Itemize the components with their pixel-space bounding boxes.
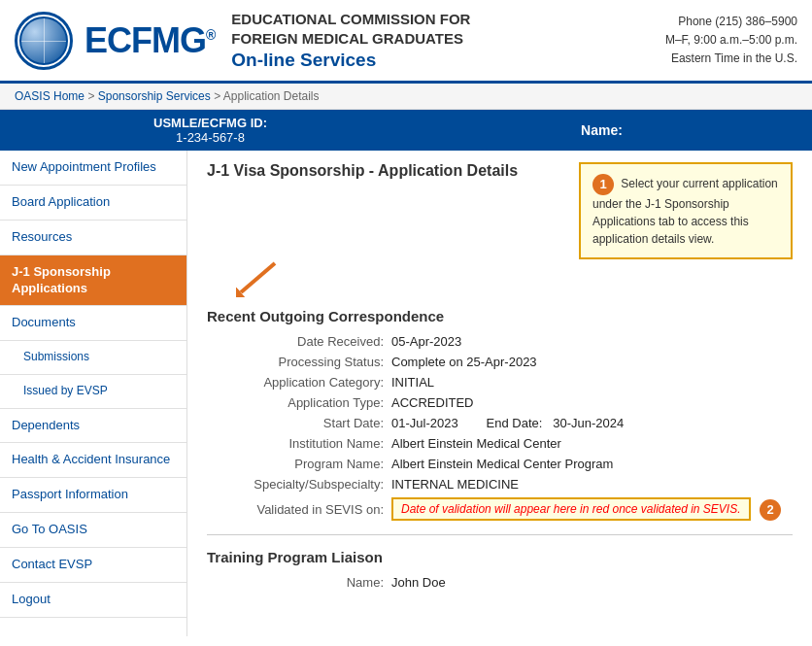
end-date-label: End Date: <box>487 416 543 430</box>
usmle-id-section: USMLE/ECFMG ID: 1-234-567-8 <box>15 116 406 145</box>
tooltip-1-number: 1 <box>592 174 614 195</box>
tooltip-1: 1 Select your current application under … <box>579 162 793 259</box>
liaison-name-row: Name: John Doe <box>207 575 793 590</box>
sidebar-item-submissions[interactable]: Submissions <box>0 341 186 375</box>
sevis-value-container: Date of validation will appear here in r… <box>391 497 793 521</box>
org-name-block: ECFMG® <box>85 20 215 61</box>
name-label: Name: <box>581 122 623 138</box>
sidebar-item-logout[interactable]: Logout <box>0 583 186 618</box>
breadcrumb-sponsorship[interactable]: Sponsorship Services <box>98 89 211 103</box>
sidebar-item-health-insurance[interactable]: Health & Accident Insurance <box>0 443 186 478</box>
processing-status-value: Complete on 25-Apr-2023 <box>391 355 793 369</box>
logo-area: ECFMG® EDUCATIONAL COMMISSION FOR FOREIG… <box>15 10 470 71</box>
sevis-row: Validated in SEVIS on: Date of validatio… <box>207 497 793 521</box>
date-received-value: 05-Apr-2023 <box>391 334 793 349</box>
svg-line-1 <box>241 263 275 292</box>
hours-line2: Eastern Time in the U.S. <box>665 50 797 68</box>
breadcrumb-current: Application Details <box>223 89 320 103</box>
processing-status-label: Processing Status: <box>207 355 391 369</box>
start-date-value: 01-Jul-2023 End Date: 30-Jun-2024 <box>391 416 793 430</box>
institution-row: Institution Name: Albert Einstein Medica… <box>207 436 793 451</box>
sevis-box: Date of validation will appear here in r… <box>391 497 751 521</box>
breadcrumb-home[interactable]: OASIS Home <box>15 89 85 103</box>
id-bar: USMLE/ECFMG ID: 1-234-567-8 Name: <box>0 110 812 151</box>
usmle-id-label: USMLE/ECFMG ID: <box>153 116 267 130</box>
sevis-label: Validated in SEVIS on: <box>207 502 391 517</box>
start-date-text: 01-Jul-2023 <box>391 416 458 430</box>
app-category-label: Application Category: <box>207 375 391 390</box>
registered-mark: ® <box>206 27 215 43</box>
breadcrumb-sep2: > <box>214 89 223 103</box>
sidebar-item-j1-sponsorship[interactable]: J-1 Sponsorship Applications <box>0 255 186 307</box>
org-name-line1: EDUCATIONAL COMMISSION FOR FOREIGN MEDIC… <box>231 10 470 48</box>
phone-number: Phone (215) 386–5900 <box>665 13 797 31</box>
liaison-name-label: Name: <box>207 575 391 590</box>
usmle-id-value: 1-234-567-8 <box>176 130 245 145</box>
app-type-label: Application Type: <box>207 395 391 410</box>
app-type-row: Application Type: ACCREDITED <box>207 395 793 410</box>
institution-value: Albert Einstein Medical Center <box>391 436 793 451</box>
end-date-value: 30-Jun-2024 <box>553 416 624 430</box>
contact-info: Phone (215) 386–5900 M–F, 9:00 a.m.–5:00… <box>665 13 797 69</box>
sidebar-item-dependents[interactable]: Dependents <box>0 409 186 444</box>
processing-status-row: Processing Status: Complete on 25-Apr-20… <box>207 355 793 369</box>
dates-row: Start Date: 01-Jul-2023 End Date: 30-Jun… <box>207 416 793 430</box>
sidebar-item-passport[interactable]: Passport Information <box>0 478 186 513</box>
sidebar-item-board-application[interactable]: Board Application <box>0 186 186 221</box>
app-category-value: INITIAL <box>391 375 793 390</box>
section-divider <box>207 534 793 535</box>
ecfmg-wordmark: ECFMG® <box>85 20 215 60</box>
sidebar-item-new-appointment[interactable]: New Appointment Profiles <box>0 151 186 186</box>
program-row: Program Name: Albert Einstein Medical Ce… <box>207 457 793 471</box>
tooltip-1-text: Select your current application under th… <box>592 177 778 246</box>
institution-label: Institution Name: <box>207 436 391 451</box>
sidebar-item-issued-evsp[interactable]: Issued by EVSP <box>0 375 186 409</box>
sidebar-item-go-oasis[interactable]: Go To OASIS <box>0 513 186 548</box>
page-title-text: J-1 Visa Sponsorship - Application Detai… <box>207 162 518 179</box>
org-title: EDUCATIONAL COMMISSION FOR FOREIGN MEDIC… <box>231 10 470 71</box>
service-title: On-line Services <box>231 50 470 71</box>
app-type-value: ACCREDITED <box>391 395 793 410</box>
date-received-row: Date Received: 05-Apr-2023 <box>207 334 793 349</box>
sidebar-item-documents[interactable]: Documents <box>0 306 186 341</box>
liaison-name-value: John Doe <box>391 575 793 590</box>
sidebar-item-contact-evsp[interactable]: Contact EVSP <box>0 548 186 583</box>
program-label: Program Name: <box>207 457 391 471</box>
globe-icon <box>19 17 68 65</box>
hours-line1: M–F, 9:00 a.m.–5:00 p.m. <box>665 31 797 50</box>
name-section: Name: <box>406 122 797 138</box>
section2-title: Training Program Liaison <box>207 549 793 565</box>
arrow-icon <box>236 258 294 297</box>
specialty-row: Specialty/Subspecialty: INTERNAL MEDICIN… <box>207 477 793 492</box>
breadcrumb: OASIS Home > Sponsorship Services > Appl… <box>0 84 812 110</box>
org-line2-text: FOREIGN MEDICAL GRADUATES <box>231 30 463 47</box>
ecfmg-logo <box>15 12 73 70</box>
specialty-value: INTERNAL MEDICINE <box>391 477 793 492</box>
sidebar-item-resources[interactable]: Resources <box>0 221 186 255</box>
date-received-label: Date Received: <box>207 334 391 349</box>
section1-title: Recent Outgoing Correspondence <box>207 308 793 324</box>
tooltip-2-number: 2 <box>760 499 781 521</box>
ecfmg-letters: ECFMG <box>85 20 206 60</box>
program-value: Albert Einstein Medical Center Program <box>391 457 793 471</box>
sidebar: New Appointment ProfilesBoard Applicatio… <box>0 151 187 636</box>
org-line1-text: EDUCATIONAL COMMISSION FOR <box>231 11 470 27</box>
breadcrumb-sep1: > <box>87 89 97 103</box>
main-layout: New Appointment ProfilesBoard Applicatio… <box>0 151 812 636</box>
specialty-label: Specialty/Subspecialty: <box>207 477 391 492</box>
start-date-label: Start Date: <box>207 416 391 430</box>
page-header: ECFMG® EDUCATIONAL COMMISSION FOR FOREIG… <box>0 0 812 84</box>
content-title: J-1 Visa Sponsorship - Application Detai… <box>207 162 569 180</box>
main-content: J-1 Visa Sponsorship - Application Detai… <box>187 151 812 636</box>
app-category-row: Application Category: INITIAL <box>207 375 793 390</box>
